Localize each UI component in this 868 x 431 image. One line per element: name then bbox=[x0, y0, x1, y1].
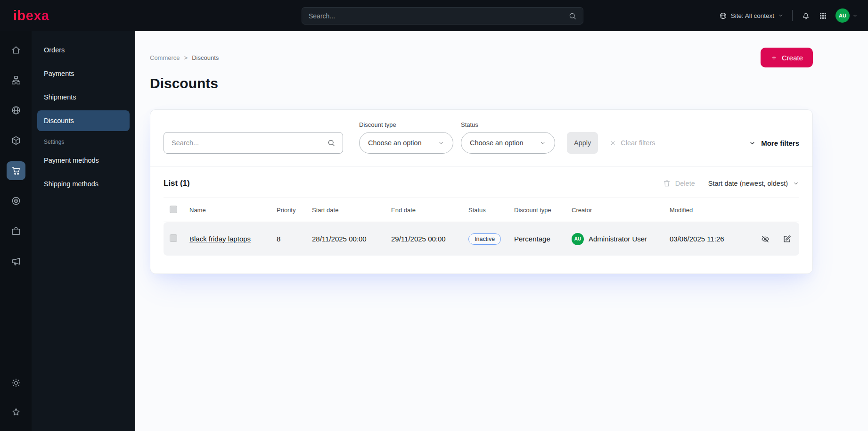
sidebar-item-payments[interactable]: Payments bbox=[37, 63, 130, 84]
rail-item-site[interactable] bbox=[7, 101, 25, 120]
sidebar-section-settings: Settings bbox=[44, 139, 123, 145]
app-grid-icon bbox=[819, 12, 827, 20]
edit-icon bbox=[782, 234, 792, 244]
global-search[interactable] bbox=[302, 7, 583, 25]
col-header-discount-type: Discount type bbox=[514, 207, 572, 214]
notifications-button[interactable] bbox=[801, 11, 811, 20]
breadcrumb-commerce[interactable]: Commerce bbox=[150, 54, 180, 61]
rail-item-dashboard[interactable] bbox=[7, 41, 25, 59]
chevron-down-icon bbox=[852, 13, 858, 18]
create-button[interactable]: Create bbox=[761, 48, 813, 67]
bell-icon bbox=[801, 11, 811, 20]
rail-item-products[interactable] bbox=[7, 131, 25, 150]
user-menu[interactable]: AU bbox=[835, 8, 858, 23]
status-select[interactable]: Choose an option bbox=[461, 132, 555, 154]
discount-type-select[interactable]: Choose an option bbox=[359, 132, 453, 154]
settings-gear-icon bbox=[11, 378, 21, 388]
app-switcher-button[interactable] bbox=[819, 12, 827, 20]
marketing-megaphone-icon bbox=[11, 256, 21, 266]
discount-type-filter: Discount type Choose an option bbox=[359, 121, 453, 154]
more-filters-label: More filters bbox=[761, 139, 799, 147]
discount-type-cell: Percentage bbox=[514, 235, 572, 243]
rail-item-corporate[interactable] bbox=[7, 222, 25, 240]
col-header-end-date: End date bbox=[391, 207, 468, 214]
create-button-label: Create bbox=[782, 54, 803, 62]
chevron-down-icon bbox=[540, 140, 546, 146]
sort-selector[interactable]: Start date (newest, oldest) bbox=[708, 180, 799, 187]
sidebar-item-discounts[interactable]: Discounts bbox=[37, 110, 130, 131]
row-actions bbox=[748, 234, 799, 244]
sort-label: Start date (newest, oldest) bbox=[708, 180, 788, 187]
rail-item-marketing[interactable] bbox=[7, 252, 25, 271]
rail-item-bookmarks[interactable] bbox=[7, 403, 25, 422]
list-head-right: Delete Start date (newest, oldest) bbox=[663, 179, 799, 188]
home-icon bbox=[11, 45, 21, 55]
clear-x-icon bbox=[609, 140, 616, 147]
discount-type-label: Discount type bbox=[359, 121, 453, 128]
globe-icon bbox=[719, 12, 727, 20]
content-head: Commerce > Discounts Create bbox=[150, 47, 813, 68]
deactivate-button[interactable] bbox=[761, 234, 770, 244]
chevron-down-icon bbox=[749, 140, 756, 147]
status-filter: Status Choose an option bbox=[461, 121, 555, 154]
site-globe-icon bbox=[11, 105, 21, 116]
corporate-briefcase-icon bbox=[11, 226, 21, 236]
sidebar-item-orders[interactable]: Orders bbox=[37, 40, 130, 60]
delete-label: Delete bbox=[675, 180, 695, 187]
clear-filters-label: Clear filters bbox=[621, 139, 655, 147]
search-icon bbox=[568, 12, 577, 20]
products-box-icon bbox=[11, 135, 21, 146]
edit-button[interactable] bbox=[782, 234, 792, 244]
status-label: Status bbox=[461, 121, 555, 128]
page-title: Discounts bbox=[150, 75, 813, 91]
col-header-creator: Creator bbox=[572, 207, 670, 214]
rail-item-personalization[interactable] bbox=[7, 191, 25, 210]
priority-cell: 8 bbox=[277, 235, 312, 243]
select-all-checkbox[interactable] bbox=[170, 206, 177, 213]
deactivate-icon bbox=[761, 234, 770, 244]
more-filters-button[interactable]: More filters bbox=[749, 132, 799, 154]
plus-icon bbox=[770, 54, 778, 61]
rail-item-content[interactable] bbox=[7, 71, 25, 90]
app-window: ibexa Site: All context bbox=[0, 0, 868, 431]
discount-name-link[interactable]: Black friday laptops bbox=[189, 235, 251, 243]
modified-cell: 03/06/2025 11:26 bbox=[670, 235, 748, 243]
icon-rail bbox=[0, 31, 32, 431]
rail-item-settings[interactable] bbox=[7, 373, 25, 392]
table-row: Black friday laptops 8 28/11/2025 00:00 … bbox=[164, 222, 799, 256]
clear-filters-button[interactable]: Clear filters bbox=[609, 132, 655, 154]
col-header-priority: Priority bbox=[277, 207, 312, 214]
discount-search-input[interactable] bbox=[164, 139, 327, 147]
col-header-start-date: Start date bbox=[312, 207, 391, 214]
list-title: List (1) bbox=[164, 179, 190, 188]
global-search-input[interactable] bbox=[302, 12, 568, 20]
creator-cell: AU Administrator User bbox=[572, 233, 670, 245]
filters-bar: Discount type Choose an option Status Ch… bbox=[150, 110, 812, 166]
chevron-down-icon bbox=[793, 180, 799, 187]
topbar-divider bbox=[792, 10, 793, 21]
ibexa-logo: ibexa bbox=[13, 8, 49, 24]
discount-search[interactable] bbox=[164, 132, 343, 154]
rail-item-commerce[interactable] bbox=[7, 161, 25, 180]
breadcrumb-separator: > bbox=[184, 54, 188, 61]
start-date-cell: 28/11/2025 00:00 bbox=[312, 235, 391, 243]
site-context-label: Site: All context bbox=[731, 12, 774, 19]
apply-button[interactable]: Apply bbox=[567, 132, 598, 154]
commerce-cart-icon bbox=[11, 166, 21, 176]
sidebar-item-shipments[interactable]: Shipments bbox=[37, 87, 130, 108]
discounts-card: Discount type Choose an option Status Ch… bbox=[150, 109, 813, 274]
site-context-selector[interactable]: Site: All context bbox=[719, 12, 784, 20]
personalization-target-icon bbox=[11, 196, 21, 206]
list-head: List (1) Delete Start date (newest, olde… bbox=[150, 166, 812, 198]
row-checkbox[interactable] bbox=[170, 234, 177, 242]
breadcrumb-discounts: Discounts bbox=[192, 54, 219, 61]
creator-avatar: AU bbox=[572, 233, 584, 245]
trash-icon bbox=[663, 179, 671, 188]
sidebar-item-payment-methods[interactable]: Payment methods bbox=[37, 150, 130, 171]
sidebar-item-shipping-methods[interactable]: Shipping methods bbox=[37, 174, 130, 194]
delete-button[interactable]: Delete bbox=[663, 179, 695, 188]
col-header-status: Status bbox=[468, 207, 514, 214]
topbar-right: Site: All context bbox=[719, 8, 868, 23]
bookmarks-star-icon bbox=[11, 407, 21, 417]
creator-name: Administrator User bbox=[589, 235, 647, 243]
